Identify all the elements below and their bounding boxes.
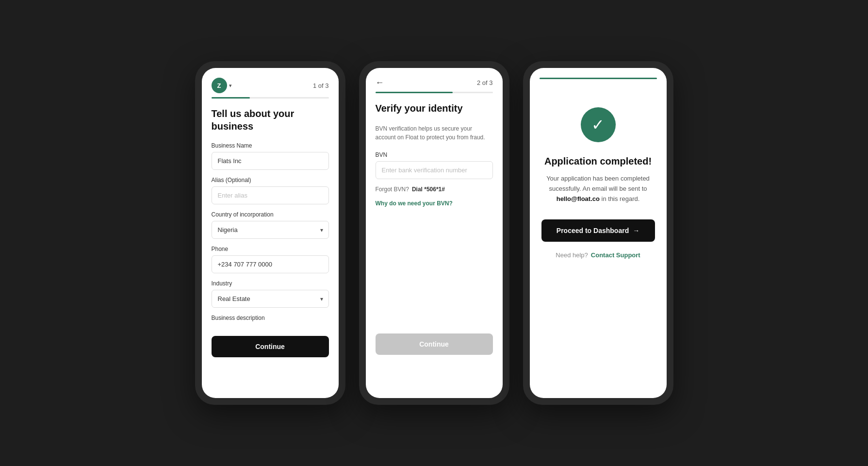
screen1-body: Tell us about your business Business Nam… (202, 107, 339, 369)
phone-screen-3: ✓ Application completed! Your applicatio… (530, 68, 667, 398)
step-indicator-2: 2 of 3 (477, 79, 493, 86)
continue-button-2[interactable]: Continue (376, 333, 493, 355)
phone-group: Phone (212, 246, 329, 273)
back-button[interactable]: ← (376, 78, 384, 88)
why-bvn-link[interactable]: Why do we need your BVN? (376, 200, 453, 207)
avatar-badge[interactable]: Z ▾ (212, 78, 232, 93)
step-indicator-1: 1 of 3 (313, 82, 329, 89)
screen1-title: Tell us about your business (212, 107, 329, 133)
forgot-bvn-row: Forgot BVN? Dial *506*1# (376, 186, 493, 193)
business-name-label: Business Name (212, 142, 329, 149)
screen2-header: ← 2 of 3 (366, 68, 503, 92)
screen3-body: ✓ Application completed! Your applicatio… (530, 88, 667, 274)
screens-container: Z ▾ 1 of 3 Tell us about your business B… (195, 61, 673, 405)
arrow-right-icon: → (633, 227, 639, 234)
success-email: hello@float.co (557, 195, 600, 202)
proceed-to-dashboard-button[interactable]: Proceed to Dashboard → (541, 219, 655, 242)
industry-select-wrapper: Real Estate ▾ (212, 290, 329, 308)
alias-label: Alias (Optional) (212, 177, 329, 183)
industry-group: Industry Real Estate ▾ (212, 280, 329, 308)
screen2-title: Verify your identity (376, 102, 493, 115)
country-select[interactable]: Nigeria (212, 221, 329, 239)
industry-select[interactable]: Real Estate (212, 290, 329, 308)
forgot-bvn-text: Forgot BVN? (376, 186, 409, 193)
chevron-down-icon: ▾ (229, 83, 232, 89)
bvn-label: BVN (376, 151, 493, 158)
avatar-circle: Z (212, 78, 227, 93)
country-group: Country of incorporation Nigeria ▾ (212, 211, 329, 239)
screen1-header: Z ▾ 1 of 3 (202, 68, 339, 97)
country-select-wrapper: Nigeria ▾ (212, 221, 329, 239)
success-desc-part2: in this regard. (600, 195, 639, 202)
phone-frame-3: ✓ Application completed! Your applicatio… (523, 61, 673, 405)
need-help-row: Need help? Contact Support (556, 251, 640, 259)
phone-frame-2: ← 2 of 3 Verify your identity BVN verifi… (359, 61, 509, 405)
country-label: Country of incorporation (212, 211, 329, 218)
phone-input[interactable] (212, 255, 329, 273)
business-desc-label: Business description (212, 315, 329, 321)
forgot-bvn-dial[interactable]: Dial *506*1# (412, 186, 445, 193)
need-help-text: Need help? (556, 251, 588, 259)
progress-fill-3 (540, 78, 657, 79)
industry-label: Industry (212, 280, 329, 287)
screen2-body: Verify your identity BVN verification he… (366, 102, 503, 366)
success-desc: Your application has been completed suce… (541, 174, 655, 204)
screen2-subtitle: BVN verification helps us secure your ac… (376, 124, 493, 142)
business-desc-group: Business description (212, 315, 329, 321)
phone-label: Phone (212, 246, 329, 252)
bvn-input[interactable] (376, 161, 493, 179)
contact-support-link[interactable]: Contact Support (591, 251, 640, 259)
success-title: Application completed! (544, 156, 652, 167)
phone-frame-1: Z ▾ 1 of 3 Tell us about your business B… (195, 61, 345, 405)
back-arrow-icon: ← (376, 78, 384, 88)
success-icon-circle: ✓ (581, 107, 616, 142)
check-icon: ✓ (591, 117, 605, 133)
progress-bar-1 (212, 97, 329, 99)
progress-bar-3 (540, 78, 657, 79)
business-name-input[interactable] (212, 152, 329, 170)
progress-fill-1 (212, 97, 250, 99)
proceed-btn-label: Proceed to Dashboard (557, 227, 629, 234)
phone-screen-2: ← 2 of 3 Verify your identity BVN verifi… (366, 68, 503, 398)
business-name-group: Business Name (212, 142, 329, 170)
success-desc-part1: Your application has been completed suce… (546, 175, 650, 192)
continue-button-1[interactable]: Continue (212, 336, 329, 357)
alias-input[interactable] (212, 186, 329, 204)
phone-screen-1: Z ▾ 1 of 3 Tell us about your business B… (202, 68, 339, 398)
progress-fill-2 (376, 92, 453, 93)
why-bvn-container: Why do we need your BVN? (376, 199, 493, 207)
progress-bar-2 (376, 92, 493, 93)
alias-group: Alias (Optional) (212, 177, 329, 204)
